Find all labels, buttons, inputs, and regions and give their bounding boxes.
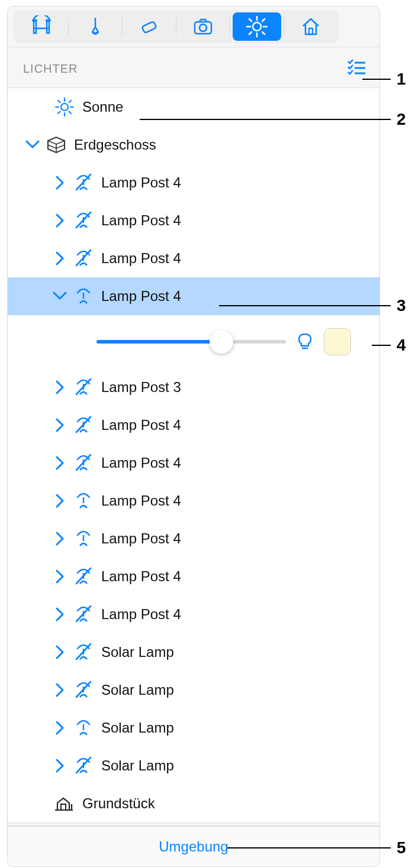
lamp-icon xyxy=(69,491,98,510)
light-row[interactable]: Lamp Post 4 xyxy=(8,482,379,520)
light-row[interactable]: Solar Lamp xyxy=(8,633,379,671)
lights-tab[interactable] xyxy=(233,12,281,41)
chevron-right-icon[interactable] xyxy=(50,568,69,585)
light-row[interactable]: Lamp Post 4 xyxy=(8,520,379,558)
light-label: Lamp Post 4 xyxy=(98,417,181,433)
light-row[interactable]: Lamp Post 4 xyxy=(8,595,379,633)
lot-group-row[interactable]: Grundstück xyxy=(8,785,379,822)
light-row[interactable]: Lamp Post 4 xyxy=(8,164,379,202)
light-label: Lamp Post 4 xyxy=(98,493,181,509)
callout-5: 5 xyxy=(391,838,406,857)
toolbar-group xyxy=(14,10,339,43)
lights-panel: LICHTER Sonne Erdgeschoss Lamp Post 4 La… xyxy=(7,6,380,867)
inspector-toolbar xyxy=(8,7,379,47)
lot-label: Grundstück xyxy=(79,795,155,812)
light-label: Lamp Post 4 xyxy=(98,212,181,229)
lamp-off-icon xyxy=(69,211,98,230)
floor-group-row[interactable]: Erdgeschoss xyxy=(8,126,379,164)
slider-thumb[interactable] xyxy=(210,330,233,354)
light-label: Solar Lamp xyxy=(98,644,174,660)
lamp-off-icon xyxy=(69,756,98,775)
slider-fill xyxy=(96,340,221,344)
lights-section-header: LICHTER xyxy=(8,47,379,88)
bulb-icon[interactable] xyxy=(295,331,314,353)
lamp-off-icon xyxy=(69,454,98,472)
separator xyxy=(122,18,123,35)
light-row-selected[interactable]: Lamp Post 4 xyxy=(8,277,379,315)
lamp-off-icon xyxy=(69,567,98,586)
light-label: Lamp Post 3 xyxy=(98,379,181,396)
measure-tab[interactable] xyxy=(17,12,66,41)
callout-3: 3 xyxy=(391,296,406,315)
separator xyxy=(68,18,69,35)
lamp-off-icon xyxy=(69,643,98,662)
light-label: Lamp Post 4 xyxy=(98,568,181,585)
brightness-controls xyxy=(8,315,379,368)
light-label: Solar Lamp xyxy=(98,757,174,774)
lamp-off-icon xyxy=(69,173,98,192)
section-title: LICHTER xyxy=(23,62,78,76)
chevron-right-icon[interactable] xyxy=(50,174,69,191)
camera-tab[interactable] xyxy=(179,12,227,41)
light-label: Lamp Post 4 xyxy=(98,606,181,623)
light-label: Lamp Post 4 xyxy=(98,250,181,267)
light-row[interactable]: Lamp Post 4 xyxy=(8,406,379,444)
chevron-right-icon[interactable] xyxy=(50,250,69,267)
chevron-right-icon[interactable] xyxy=(50,606,69,623)
light-label: Lamp Post 4 xyxy=(98,530,181,547)
light-label: Solar Lamp xyxy=(98,720,174,736)
chevron-right-icon[interactable] xyxy=(50,757,69,774)
chevron-right-icon[interactable] xyxy=(50,493,69,509)
eraser-tab[interactable] xyxy=(125,12,173,41)
light-label: Lamp Post 4 xyxy=(98,288,181,305)
sun-label: Sonne xyxy=(79,99,123,115)
floor-label: Erdgeschoss xyxy=(70,137,156,153)
lamp-icon xyxy=(69,287,98,306)
chevron-right-icon[interactable] xyxy=(50,212,69,229)
light-row[interactable]: Solar Lamp xyxy=(8,709,379,747)
chevron-right-icon[interactable] xyxy=(50,530,69,547)
chevron-right-icon[interactable] xyxy=(50,379,69,396)
lamp-off-icon xyxy=(69,416,98,435)
lot-icon xyxy=(50,795,79,812)
building-tab[interactable] xyxy=(287,12,335,41)
light-label: Lamp Post 4 xyxy=(98,455,181,471)
separator xyxy=(176,18,176,35)
light-row[interactable]: Lamp Post 4 xyxy=(8,202,379,239)
panel-footer: Umgebung xyxy=(8,826,379,866)
light-label: Lamp Post 4 xyxy=(98,174,181,191)
chevron-right-icon[interactable] xyxy=(50,644,69,660)
light-row[interactable]: Solar Lamp xyxy=(8,747,379,785)
sun-icon xyxy=(50,98,79,116)
chevron-right-icon[interactable] xyxy=(50,720,69,736)
light-label: Solar Lamp xyxy=(98,682,174,698)
materials-tab[interactable] xyxy=(71,12,120,41)
select-all-lights-button[interactable] xyxy=(346,58,368,79)
chevron-down-icon[interactable] xyxy=(23,137,42,153)
floor-icon xyxy=(42,136,70,154)
callout-1: 1 xyxy=(391,70,406,89)
light-color-swatch[interactable] xyxy=(324,328,351,355)
light-row[interactable]: Lamp Post 4 xyxy=(8,239,379,277)
chevron-right-icon[interactable] xyxy=(50,455,69,471)
lamp-icon xyxy=(69,718,98,737)
chevron-right-icon[interactable] xyxy=(50,417,69,433)
callout-4: 4 xyxy=(391,336,406,355)
lamp-off-icon xyxy=(69,681,98,699)
lamp-off-icon xyxy=(69,378,98,397)
chevron-right-icon[interactable] xyxy=(50,682,69,698)
light-row[interactable]: Lamp Post 4 xyxy=(8,444,379,482)
light-row[interactable]: Lamp Post 4 xyxy=(8,558,379,595)
sun-row[interactable]: Sonne xyxy=(8,88,379,126)
lamp-icon xyxy=(69,529,98,548)
lamp-off-icon xyxy=(69,249,98,268)
separator xyxy=(230,18,230,35)
environment-link[interactable]: Umgebung xyxy=(159,838,228,855)
light-row[interactable]: Lamp Post 3 xyxy=(8,368,379,406)
callout-2: 2 xyxy=(391,110,406,129)
chevron-down-icon[interactable] xyxy=(50,288,69,305)
lamp-off-icon xyxy=(69,605,98,624)
brightness-slider[interactable] xyxy=(96,340,286,344)
lights-list: Sonne Erdgeschoss Lamp Post 4 Lamp Post … xyxy=(8,88,379,822)
light-row[interactable]: Solar Lamp xyxy=(8,671,379,709)
